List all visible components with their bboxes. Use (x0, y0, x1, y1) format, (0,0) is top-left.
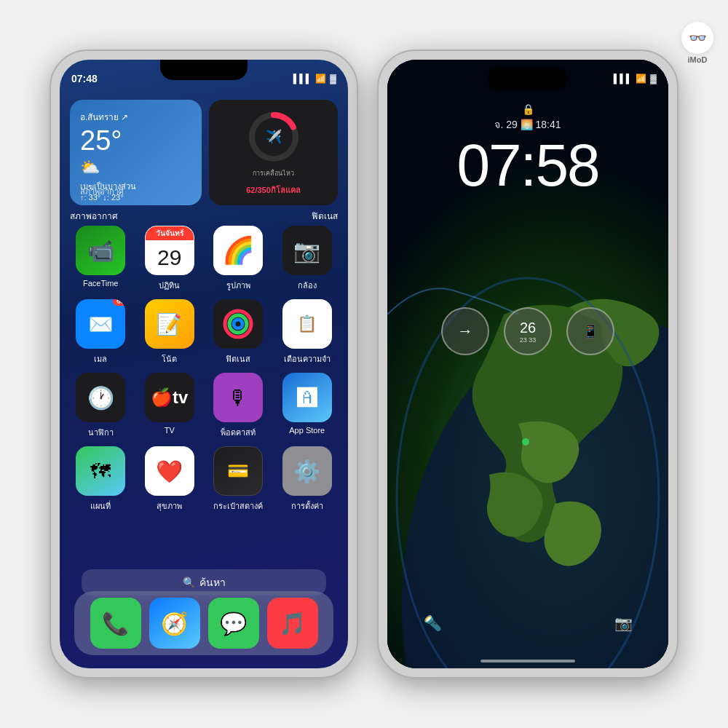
safari-icon[interactable]: 🧭 (149, 598, 200, 649)
fitness-move-label: การเคลื่อนไหว (253, 168, 294, 178)
podcasts-icon[interactable]: 🎙 (213, 373, 263, 422)
lock-widget-arrow[interactable]: → (441, 307, 489, 355)
app-reminders[interactable]: 📋 เตือนความจำ (277, 299, 339, 365)
app-wallet[interactable]: 💳 กระเป๋าสตางค์ (207, 446, 269, 513)
phone-glyph: 📞 (102, 611, 129, 636)
fitness-widget[interactable]: ✈️ การเคลื่อนไหว 62/350กิโลแคล (209, 100, 338, 205)
fitness-icon[interactable] (213, 299, 263, 349)
search-icon: 🔍 (183, 577, 195, 588)
wallet-icon[interactable]: 💳 (213, 446, 263, 496)
messages-icon[interactable]: 💬 (208, 598, 259, 649)
app-camera[interactable]: 📷 กล้อง (277, 226, 339, 292)
photos-label: รูปภาพ (226, 279, 250, 292)
notes-icon[interactable]: 📝 (145, 299, 194, 349)
fitness-app-label: ฟิตเนส (226, 352, 250, 365)
fitness-tab-label: ฟิตเนส (312, 209, 338, 223)
lock-widgets: → 26 23 33 📱 (387, 307, 668, 355)
lock-icon: 🔒 (387, 103, 668, 115)
app-fitness[interactable]: ฟิตเนส (207, 299, 269, 365)
reminders-icon[interactable]: 📋 (282, 299, 332, 349)
location-dot (522, 438, 529, 446)
arrow-icon: → (457, 322, 473, 341)
calendar-inner: วันจันทร์ 29 (146, 226, 194, 274)
dock-safari[interactable]: 🧭 (149, 598, 200, 649)
safari-glyph: 🧭 (161, 611, 188, 636)
camera-lock-button[interactable]: 📷 (607, 607, 639, 639)
app-tv[interactable]: 🍎tv TV (139, 373, 201, 439)
appstore-icon[interactable]: 🅰 (282, 373, 332, 422)
photos-glyph: 🌈 (222, 235, 255, 266)
lock-widget-weather[interactable]: 26 23 33 (504, 307, 552, 355)
health-icon[interactable]: ❤️ (145, 446, 194, 496)
mail-label: เมล (94, 352, 107, 365)
tv-glyph: 🍎tv (151, 387, 188, 408)
app-settings[interactable]: ⚙️ การตั้งค่า (277, 446, 339, 513)
mail-glyph: ✉️ (88, 312, 114, 336)
phone-icon[interactable]: 📞 (90, 598, 141, 649)
podcasts-glyph: 🎙 (228, 386, 248, 410)
notch (160, 60, 248, 80)
status-bar-right: ▌▌▌ 📶 ▓ (387, 60, 668, 92)
battery-icon: ▓ (330, 74, 336, 84)
weather-widget-label: สภาพอากาศ (80, 185, 124, 198)
health-glyph: ❤️ (156, 459, 183, 484)
dock-music[interactable]: 🎵 (267, 598, 318, 649)
settings-label: การตั้งค่า (291, 499, 323, 513)
weather-location: อ.สันทราย ↗ (80, 110, 191, 124)
flashlight-button[interactable]: 🔦 (416, 607, 448, 639)
lock-status: 🔒 จ. 29 🌅 18:41 07:58 (387, 103, 668, 195)
app-mail[interactable]: ✉️ 66 เมล (70, 299, 132, 365)
app-notes[interactable]: 📝 โน้ต (139, 299, 201, 365)
right-phone-screen: 🔒 จ. 29 🌅 18:41 07:58 → 26 23 33 📱 🔦 (387, 60, 668, 668)
cal-day-label: วันจันทร์ (146, 226, 194, 240)
podcasts-label: พ็อดคาสท์ (221, 426, 256, 439)
music-glyph: 🎵 (279, 611, 306, 636)
calendar-icon[interactable]: วันจันทร์ 29 (145, 226, 194, 275)
facetime-icon[interactable]: 📹 (76, 226, 125, 275)
weather-temp: 25° (80, 125, 191, 157)
app-grid: 📹 FaceTime วันจันทร์ 29 ปฏิทิน 🌈 รูปภาพ (70, 226, 338, 513)
location-arrow-icon: ↗ (121, 112, 128, 122)
app-maps[interactable]: 🗺 แผนที่ (70, 446, 132, 513)
camera-icon[interactable]: 📷 (282, 226, 332, 275)
maps-icon[interactable]: 🗺 (76, 446, 125, 496)
app-calendar[interactable]: วันจันทร์ 29 ปฏิทิน (139, 226, 201, 292)
clock-icon[interactable]: 🕐 (76, 373, 125, 422)
tv-icon[interactable]: 🍎tv (145, 373, 194, 422)
app-podcasts[interactable]: 🎙 พ็อดคาสท์ (207, 373, 269, 439)
reminders-label: เตือนความจำ (284, 352, 331, 365)
reminders-glyph: 📋 (297, 314, 317, 333)
app-health[interactable]: ❤️ สุขภาพ (139, 446, 201, 513)
wifi-icon: 📶 (315, 74, 326, 84)
photos-icon[interactable]: 🌈 (213, 226, 263, 275)
lock-time-display: 07:58 (387, 135, 668, 195)
app-appstore[interactable]: 🅰 App Store (277, 373, 339, 439)
lock-bottom-controls: 🔦 📷 (387, 607, 668, 639)
status-icons: ▌▌▌ 📶 ▓ (293, 74, 336, 84)
cal-date-num: 29 (157, 240, 181, 274)
flashlight-icon: 🔦 (424, 614, 442, 632)
left-phone: 07:48 ▌▌▌ 📶 ▓ อ.สันทราย ↗ 25° ⛅ เมฆเป็นบ… (51, 51, 357, 677)
logo-icon: 👓 (681, 22, 713, 54)
camera-lock-icon: 📷 (614, 614, 633, 632)
clock-glyph: 🕐 (87, 385, 114, 411)
dock-phone[interactable]: 📞 (90, 598, 141, 649)
app-clock[interactable]: 🕐 นาฬิกา (70, 373, 132, 439)
wallet-label: กระเป๋าสตางค์ (213, 499, 263, 513)
right-signal-icon: ▌▌▌ (614, 74, 633, 84)
dock: 📞 🧭 💬 🎵 (74, 591, 333, 655)
music-icon[interactable]: 🎵 (267, 598, 318, 649)
app-photos[interactable]: 🌈 รูปภาพ (207, 226, 269, 292)
home-indicator[interactable] (480, 660, 575, 662)
lock-widget-device[interactable]: 📱 (566, 307, 614, 355)
mail-icon[interactable]: ✉️ 66 (76, 299, 125, 349)
dock-messages[interactable]: 💬 (208, 598, 259, 649)
right-status-icons: ▌▌▌ 📶 ▓ (614, 74, 657, 84)
app-facetime[interactable]: 📹 FaceTime (70, 226, 132, 292)
weather-icon-cloud: ⛅ (80, 158, 191, 177)
maps-glyph: 🗺 (90, 459, 111, 483)
settings-icon[interactable]: ⚙️ (282, 446, 332, 496)
camera-label: กล้อง (298, 279, 317, 292)
notes-label: โน้ต (162, 352, 177, 365)
weather-widget[interactable]: อ.สันทราย ↗ 25° ⛅ เมฆเป็นบางส่วน ↑: 33° … (70, 100, 202, 205)
